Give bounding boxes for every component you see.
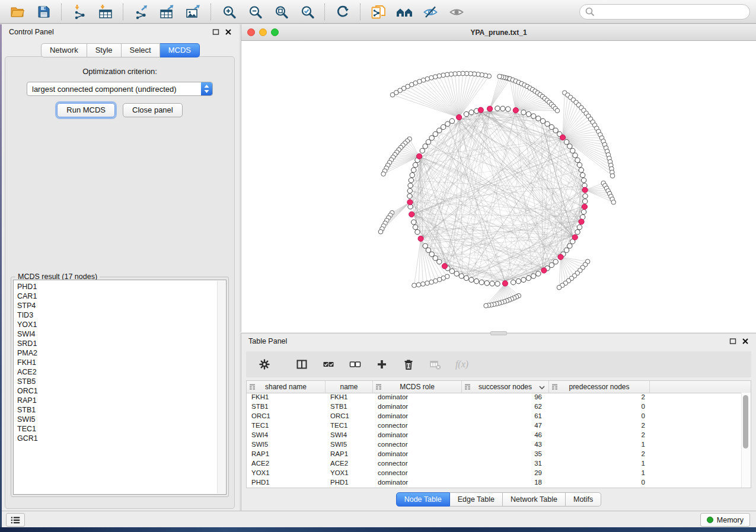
show-all-button[interactable] — [444, 2, 470, 22]
table-toolbar: f(x) — [246, 351, 751, 377]
export-network-button[interactable] — [128, 2, 154, 22]
mcds-result-item[interactable]: RAP1 — [14, 396, 226, 405]
table-row[interactable]: PHD1PHD1dominator180 — [247, 479, 751, 488]
table-row[interactable]: RAP1RAP1dominator352 — [247, 450, 751, 460]
mcds-result-item[interactable]: SWI5 — [14, 415, 226, 424]
column-header-name[interactable]: name — [326, 381, 373, 393]
mcds-result-item[interactable]: SRD1 — [14, 339, 226, 348]
mcds-result-item[interactable]: ORC1 — [14, 386, 226, 396]
new-network-from-selection-button[interactable] — [365, 2, 391, 22]
cell: SWI5 — [326, 441, 373, 450]
column-header-predecessor-nodes[interactable]: predecessor nodes — [549, 381, 650, 393]
mcds-list-scrollbar[interactable] — [217, 281, 225, 493]
close-panel-button[interactable]: Close panel — [123, 103, 183, 117]
tab-network[interactable]: Network — [41, 43, 87, 57]
close-window-icon[interactable] — [247, 28, 255, 36]
save-session-button[interactable] — [31, 2, 57, 22]
optimization-criterion-select[interactable]: largest connected component (undirected) — [27, 82, 213, 96]
search-input[interactable] — [598, 7, 749, 17]
export-table-icon — [160, 4, 175, 20]
add-column-button[interactable] — [374, 357, 390, 372]
mcds-result-item[interactable]: SWI4 — [14, 329, 226, 339]
mcds-result-item[interactable]: YOX1 — [14, 320, 226, 329]
table-tab-motifs[interactable]: Motifs — [566, 492, 601, 507]
export-table-button[interactable] — [154, 2, 180, 22]
first-neighbors-button[interactable] — [391, 2, 417, 22]
toolbar-separator — [360, 4, 361, 20]
cell: YOX1 — [247, 469, 326, 479]
cell: dominator — [373, 403, 462, 412]
table-header-row: shared namenameMCDS rolesuccessor nodesp… — [247, 381, 751, 393]
zoom-selected-button[interactable] — [294, 2, 320, 22]
table-scrollbar-thumb[interactable] — [743, 395, 748, 448]
task-history-button[interactable] — [6, 513, 25, 527]
table-settings-button[interactable] — [257, 357, 272, 372]
table-scrollbar[interactable] — [741, 393, 751, 488]
close-table-panel-icon[interactable] — [742, 338, 749, 345]
import-network-button[interactable] — [66, 2, 92, 22]
tab-select[interactable]: Select — [122, 43, 160, 57]
hide-selected-button[interactable] — [417, 2, 444, 22]
cell: SWI5 — [247, 441, 326, 450]
table-row[interactable]: SWI4SWI4dominator462 — [247, 431, 751, 441]
mcds-result-item[interactable]: PHD1 — [14, 282, 226, 291]
export-network-icon — [133, 4, 149, 20]
network-canvas[interactable] — [241, 41, 756, 332]
table-row[interactable]: YOX1YOX1connector291 — [247, 469, 751, 479]
mcds-result-item[interactable]: STB5 — [14, 377, 226, 386]
delete-columns-button[interactable] — [401, 357, 416, 372]
table-row[interactable]: ACE2ACE2connector311 — [247, 460, 751, 469]
minimize-window-icon[interactable] — [259, 28, 267, 36]
maximize-window-icon[interactable] — [271, 28, 279, 36]
mcds-result-item[interactable]: TID3 — [14, 310, 226, 320]
mcds-result-item[interactable]: PMA2 — [14, 348, 226, 358]
zoom-fit-content-button[interactable] — [268, 2, 294, 22]
split-table-button[interactable] — [294, 357, 310, 372]
table-tab-node-table[interactable]: Node Table — [396, 492, 450, 507]
mcds-result-item[interactable]: CAR1 — [14, 291, 226, 301]
mcds-result-item[interactable]: STP4 — [14, 301, 226, 310]
sort-descending-icon[interactable] — [538, 384, 546, 391]
mcds-result-item[interactable]: STB1 — [14, 405, 226, 415]
table-row[interactable]: FKH1FKH1dominator962 — [247, 393, 751, 403]
import-table-button[interactable] — [92, 2, 119, 22]
memory-button[interactable]: Memory — [700, 513, 750, 527]
cell: SWI4 — [247, 431, 326, 441]
table-row[interactable]: TEC1TEC1connector472 — [247, 422, 751, 431]
network-graph[interactable] — [241, 41, 755, 332]
table-row[interactable]: STB1STB1dominator620 — [247, 403, 751, 412]
mcds-result-item[interactable]: ACE2 — [14, 367, 226, 377]
search-box[interactable] — [579, 4, 750, 20]
table-row[interactable]: ORC1ORC1dominator610 — [247, 412, 751, 422]
zoom-in-button[interactable] — [216, 2, 242, 22]
select-all-rows-button[interactable] — [321, 357, 336, 372]
function-builder-button: f(x) — [454, 357, 470, 372]
deselect-all-rows-button[interactable] — [347, 357, 363, 372]
apply-preferred-layout-button[interactable] — [330, 2, 356, 22]
cell: 62 — [462, 403, 549, 412]
column-header-successor-nodes[interactable]: successor nodes — [462, 381, 549, 393]
cell: connector — [373, 422, 462, 431]
cell: STB1 — [247, 403, 326, 412]
open-file-button[interactable] — [5, 2, 31, 22]
mcds-result-item[interactable]: GCR1 — [14, 434, 226, 443]
close-panel-icon[interactable] — [225, 28, 232, 36]
export-image-button[interactable] — [180, 2, 206, 22]
mcds-result-item[interactable]: FKH1 — [14, 358, 226, 367]
cell: connector — [373, 469, 462, 479]
column-header-shared-name[interactable]: shared name — [247, 381, 326, 393]
column-header-MCDS-role[interactable]: MCDS role — [373, 381, 462, 393]
cell: STB1 — [326, 403, 373, 412]
table-row[interactable]: SWI5SWI5connector431 — [247, 441, 751, 450]
tab-mcds[interactable]: MCDS — [160, 43, 200, 57]
panel-split-handle[interactable] — [490, 331, 507, 335]
column-type-icon — [551, 383, 558, 390]
float-table-panel-icon[interactable] — [729, 338, 736, 345]
table-tab-edge-table[interactable]: Edge Table — [450, 492, 503, 507]
mcds-result-item[interactable]: TEC1 — [14, 424, 226, 434]
tab-style[interactable]: Style — [87, 43, 122, 57]
run-mcds-button[interactable]: Run MCDS — [57, 103, 115, 117]
table-tab-network-table[interactable]: Network Table — [503, 492, 566, 507]
float-panel-icon[interactable] — [212, 28, 219, 36]
zoom-out-button[interactable] — [242, 2, 268, 22]
